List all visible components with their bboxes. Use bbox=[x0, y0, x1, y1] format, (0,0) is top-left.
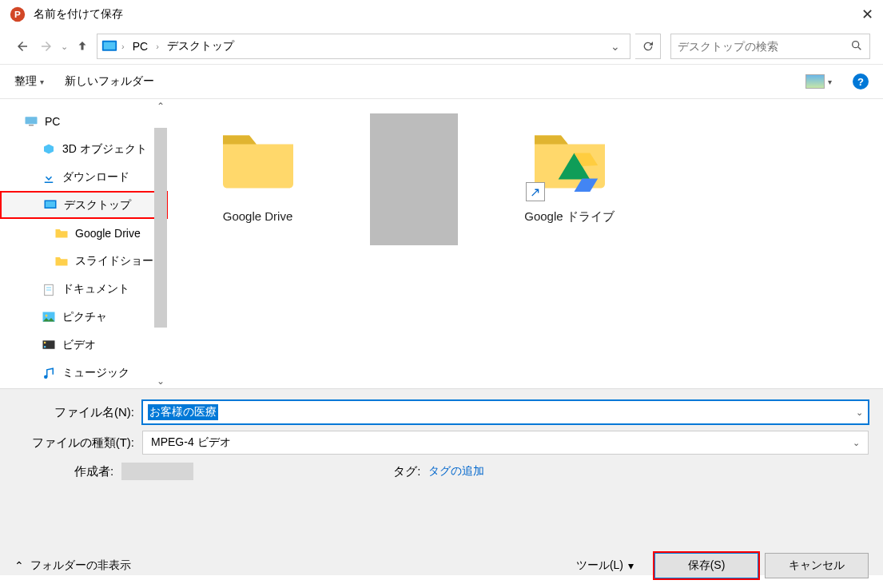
tree-label: ダウンロード bbox=[62, 170, 129, 185]
tree-label: スライドショー bbox=[75, 254, 153, 268]
svg-text:P: P bbox=[14, 9, 21, 19]
pictures-icon bbox=[42, 311, 56, 324]
filename-history-dropdown[interactable]: ⌄ bbox=[856, 407, 863, 418]
svg-rect-8 bbox=[45, 181, 54, 183]
desktop-icon bbox=[43, 199, 58, 212]
search-icon[interactable] bbox=[850, 39, 863, 54]
tree-label: ピクチャ bbox=[62, 310, 107, 324]
pc-icon bbox=[24, 115, 38, 128]
tree-item-downloads[interactable]: ダウンロード bbox=[0, 163, 168, 191]
svg-point-4 bbox=[853, 41, 859, 47]
path-segment-desktop[interactable]: デスクトップ bbox=[162, 39, 239, 54]
forward-button bbox=[37, 37, 56, 56]
documents-icon bbox=[42, 283, 56, 296]
tree-item-music[interactable]: ミュージック bbox=[0, 359, 168, 387]
shortcut-tile-google-drive-jp[interactable]: ↗ Google ドライブ bbox=[503, 113, 635, 224]
tools-menu[interactable]: ツール(L) ▾ bbox=[576, 558, 634, 573]
folder-icon bbox=[54, 227, 69, 240]
tree-item-3d-objects[interactable]: 3D オブジェクト bbox=[0, 135, 168, 163]
svg-rect-17 bbox=[44, 341, 46, 343]
tree-item-pc[interactable]: PC bbox=[0, 107, 168, 135]
svg-point-15 bbox=[46, 314, 48, 316]
tree-item-videos[interactable]: ビデオ bbox=[0, 331, 168, 359]
tree-label: 3D オブジェクト bbox=[62, 142, 147, 157]
chevron-down-icon: ▾ bbox=[628, 559, 634, 572]
tag-add-link[interactable]: タグの追加 bbox=[428, 464, 484, 479]
tree-item-desktop[interactable]: デスクトップ bbox=[0, 191, 168, 219]
tree-label: PC bbox=[45, 115, 60, 128]
music-icon bbox=[42, 367, 56, 379]
document-thumbnail bbox=[370, 113, 458, 245]
folder-tile-google-drive[interactable]: Google Drive bbox=[192, 113, 324, 223]
svg-rect-10 bbox=[46, 201, 55, 208]
path-segment-pc[interactable]: PC bbox=[128, 40, 153, 53]
3d-objects-icon bbox=[42, 143, 56, 156]
address-history-dropdown[interactable]: ⌄ bbox=[604, 37, 626, 56]
folder-icon bbox=[54, 255, 69, 268]
svg-rect-6 bbox=[26, 117, 38, 124]
videos-icon bbox=[42, 339, 56, 352]
back-button[interactable] bbox=[13, 37, 32, 56]
scroll-down-button[interactable]: ⌄ bbox=[153, 374, 168, 388]
scroll-thumb[interactable] bbox=[154, 128, 167, 328]
scroll-up-button[interactable]: ⌃ bbox=[153, 99, 168, 113]
folder-tree: PC 3D オブジェクト ダウンロード デスクトップ Google Drive … bbox=[0, 99, 168, 388]
view-swatch-icon bbox=[805, 74, 825, 89]
close-button[interactable]: ✕ bbox=[849, 6, 873, 23]
up-button[interactable] bbox=[73, 37, 92, 56]
tree-item-pictures[interactable]: ピクチャ bbox=[0, 303, 168, 331]
cancel-button[interactable]: キャンセル bbox=[765, 553, 869, 578]
file-tile-unknown[interactable] bbox=[348, 113, 479, 245]
author-value[interactable] bbox=[121, 463, 193, 480]
search-box[interactable] bbox=[670, 34, 870, 59]
filetype-dropdown-chevron[interactable]: ⌄ bbox=[853, 438, 860, 448]
sidebar-scrollbar[interactable]: ⌃ ⌄ bbox=[153, 99, 168, 388]
organize-menu[interactable]: 整理 ▾ bbox=[14, 74, 44, 89]
recent-dropdown[interactable]: ⌄ bbox=[61, 42, 68, 52]
tile-label: Google ドライブ bbox=[503, 209, 635, 224]
tree-label: Google Drive bbox=[75, 227, 141, 240]
refresh-button[interactable] bbox=[635, 34, 661, 59]
filetype-select[interactable]: MPEG-4 ビデオ ⌄ bbox=[142, 431, 869, 455]
filetype-value: MPEG-4 ビデオ bbox=[151, 435, 231, 450]
path-separator[interactable]: › bbox=[156, 42, 159, 51]
hide-folders-label: フォルダーの非表示 bbox=[30, 558, 131, 573]
filetype-label: ファイルの種類(T): bbox=[14, 435, 142, 451]
tile-label: Google Drive bbox=[192, 209, 324, 223]
svg-rect-3 bbox=[104, 42, 116, 50]
save-button[interactable]: 保存(S) bbox=[654, 553, 758, 578]
filename-input[interactable]: お客様の医療 ⌄ bbox=[142, 400, 869, 424]
svg-rect-18 bbox=[44, 346, 46, 348]
folder-icon bbox=[214, 113, 302, 201]
help-button[interactable]: ? bbox=[853, 74, 869, 89]
file-list[interactable]: Google Drive ↗ Google ドライブ bbox=[168, 99, 883, 388]
svg-line-5 bbox=[858, 47, 861, 50]
powerpoint-icon: P bbox=[10, 6, 26, 22]
tree-item-slideshow[interactable]: スライドショー bbox=[0, 247, 168, 275]
dialog-title: 名前を付けて保存 bbox=[34, 7, 849, 22]
svg-point-19 bbox=[44, 375, 48, 379]
path-separator[interactable]: › bbox=[121, 42, 125, 51]
search-input[interactable] bbox=[678, 40, 845, 53]
tag-label: タグ: bbox=[393, 464, 420, 479]
chevron-up-icon: ⌃ bbox=[14, 559, 24, 572]
new-folder-button[interactable]: 新しいフォルダー bbox=[65, 74, 154, 89]
tree-item-google-drive[interactable]: Google Drive bbox=[0, 219, 168, 247]
tree-label: ミュージック bbox=[62, 366, 129, 380]
filename-label: ファイル名(N): bbox=[14, 405, 142, 420]
svg-rect-7 bbox=[29, 125, 34, 126]
desktop-path-icon bbox=[101, 39, 118, 54]
tree-label: デスクトップ bbox=[64, 198, 131, 213]
tree-label: ビデオ bbox=[62, 338, 96, 352]
address-bar[interactable]: › PC › デスクトップ ⌄ bbox=[97, 34, 630, 59]
author-label: 作成者: bbox=[74, 464, 113, 479]
folder-drive-icon: ↗ bbox=[526, 113, 614, 201]
view-menu[interactable]: ▾ bbox=[805, 74, 832, 89]
hide-folders-button[interactable]: ⌃ フォルダーの非表示 bbox=[14, 558, 131, 573]
tools-label: ツール(L) bbox=[576, 558, 623, 573]
filename-value: お客様の医療 bbox=[148, 404, 218, 420]
downloads-icon bbox=[42, 171, 56, 184]
tree-item-documents[interactable]: ドキュメント bbox=[0, 275, 168, 303]
tree-label: ドキュメント bbox=[62, 282, 129, 296]
shortcut-overlay-icon: ↗ bbox=[526, 182, 545, 201]
